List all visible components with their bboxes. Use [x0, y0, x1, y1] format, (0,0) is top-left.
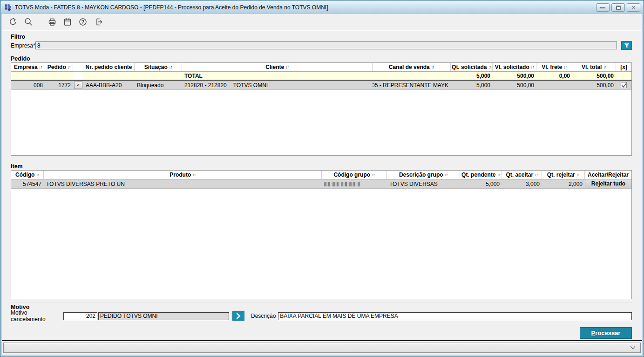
item-qt-aceitar: 3,000 [502, 179, 542, 188]
row-situacao: Bloqueado [135, 81, 182, 89]
pedido-col-vl-total[interactable]: Vl. total↓↑ [572, 63, 616, 71]
sort-icon: ↓↑ [68, 65, 71, 69]
restore-icon [616, 6, 621, 10]
descricao-label: Descrição [251, 313, 276, 319]
processar-button[interactable]: Processar [580, 327, 632, 339]
section-divider [11, 302, 632, 303]
funnel-icon [624, 42, 630, 49]
refresh-button[interactable] [7, 16, 19, 27]
empresa-input[interactable] [35, 41, 617, 49]
pedido-col-situacao[interactable]: Situação↓↑ [135, 63, 182, 71]
row-pedido: 1772 [45, 81, 73, 89]
total-label: TOTAL [182, 72, 373, 80]
search-button[interactable] [23, 16, 34, 27]
pedido-col-empresa[interactable]: Empresa↓↑ [11, 63, 45, 71]
chevron-right-icon [236, 313, 241, 319]
item-col-qt-pendente[interactable]: Qt. pendente↓↑ [460, 171, 502, 179]
totvs-logo-icon [5, 4, 12, 11]
row-qt-solicitada: 5,000 [451, 81, 493, 89]
pedido-col-vl-solicitado[interactable]: Vl. solicitado↓↑ [493, 63, 536, 71]
app-window: TOTVS Moda - FATDES 8 - MAYKON CARDOSO -… [0, 0, 644, 357]
item-col-codigo-grupo[interactable]: Código grupo↓↑ [322, 171, 387, 179]
pedido-col-select-all[interactable]: [x] [616, 63, 631, 71]
chevron-down-icon [629, 344, 637, 351]
filter-button[interactable] [621, 41, 632, 50]
help-icon [78, 17, 88, 27]
descricao-input[interactable] [278, 312, 632, 320]
sort-icon: ↓↑ [192, 172, 196, 177]
sort-icon: ↓↑ [445, 172, 448, 177]
sort-icon: ↓↑ [431, 65, 434, 69]
sort-icon: ↓↑ [576, 172, 580, 177]
pedido-col-vl-frete[interactable]: Vl. frete↓↑ [536, 63, 572, 71]
section-title-pedido: Pedido [11, 55, 632, 62]
row-checkbox[interactable] [621, 82, 627, 88]
motivo-descricao-curta-input[interactable] [98, 312, 229, 320]
item-produto: TOTVS DIVERSAS PRETO UN [44, 179, 322, 188]
help-button[interactable] [77, 16, 88, 27]
pedido-table-row[interactable]: 008 1772 > AAA-BBB-A20 Bloqueado 212820 … [11, 81, 631, 90]
expand-row-button[interactable]: > [74, 82, 82, 89]
print-button[interactable] [47, 16, 58, 27]
calendar-button[interactable] [62, 16, 73, 27]
sort-icon: ↓↑ [531, 65, 534, 69]
row-cliente: 212820 - 212820 TOTVS OMNI [182, 81, 373, 89]
item-codigo: 574547 [11, 179, 44, 188]
pedido-col-nr-pedido-cliente[interactable]: Nr. pedido cliente [83, 63, 135, 71]
section-title-motivo: Motivo [11, 304, 632, 310]
item-table-row[interactable]: 574547 TOTVS DIVERSAS PRETO UN TOTVS DIV… [11, 179, 631, 189]
status-bar [2, 340, 642, 355]
status-combobox[interactable] [3, 343, 641, 353]
cliente-code: 212820 - 212820 [184, 82, 227, 89]
item-header-row: Código↓↑ Produto↓↑ Código grupo↓↑ Descri… [11, 171, 631, 179]
app-body: Filtro Empresa* Pedido Empresa↓↑ Pedido↓… [2, 14, 642, 355]
pedido-col-qt-solicitada[interactable]: Qt. solicitada↓↑ [451, 63, 493, 71]
empresa-label: Empresa* [11, 42, 35, 49]
close-button[interactable]: ✕ [627, 3, 640, 12]
motivo-codigo-input[interactable] [63, 312, 97, 320]
item-qt-rejeitar: 2,000 [542, 179, 585, 188]
row-vl-solicitado: 500,00 [493, 81, 536, 89]
item-col-aceitar-rejeitar: Aceitar/Rejeitar [585, 171, 631, 179]
motivo-lookup-button[interactable] [232, 311, 244, 321]
window-title: TOTVS Moda - FATDES 8 - MAYKON CARDOSO -… [15, 4, 328, 11]
minimize-button[interactable] [596, 3, 610, 12]
total-vl-frete: 0,00 [536, 72, 572, 80]
motivo-row: Motivo cancelamento Descrição [11, 311, 632, 321]
titlebar[interactable]: TOTVS Moda - FATDES 8 - MAYKON CARDOSO -… [1, 1, 643, 14]
sort-icon: ↓↑ [488, 65, 491, 69]
row-vl-frete [536, 81, 572, 89]
pedido-table-empty-area [11, 90, 631, 155]
sort-icon: ↓↑ [39, 65, 42, 69]
exit-button[interactable] [93, 16, 104, 27]
item-col-qt-rejeitar[interactable]: Qt. rejeitar↓↑ [542, 171, 585, 179]
sort-icon: ↓↑ [535, 172, 538, 177]
sort-icon: ↓↑ [372, 172, 375, 177]
motivo-cancelamento-label: Motivo cancelamento [11, 309, 63, 323]
pedido-col-canal-venda[interactable]: Canal de venda↓↑ [373, 63, 451, 71]
pedido-col-cliente[interactable]: Cliente↓↑ [182, 63, 373, 71]
rejeitar-tudo-button[interactable]: Rejeitar tudo [585, 179, 631, 188]
content: Filtro Empresa* Pedido Empresa↓↑ Pedido↓… [2, 30, 642, 340]
pedido-total-row: TOTAL 5,000 500,00 0,00 500,00 [11, 72, 631, 81]
item-col-codigo[interactable]: Código↓↑ [11, 171, 44, 179]
row-nr-pedido-cliente: AAA-BBB-A20 [83, 81, 135, 89]
restore-button[interactable] [611, 3, 625, 12]
sort-icon: ↓↑ [169, 65, 172, 69]
row-empresa: 008 [11, 81, 45, 89]
item-table: Código↓↑ Produto↓↑ Código grupo↓↑ Descri… [11, 170, 632, 299]
exit-icon [94, 17, 103, 27]
sort-icon: ↓↑ [497, 172, 500, 177]
item-col-produto[interactable]: Produto↓↑ [44, 171, 322, 179]
total-vl-total: 500,00 [572, 72, 616, 80]
pedido-table: Empresa↓↑ Pedido↓↑ Nr. pedido cliente Si… [11, 62, 632, 156]
section-title-item: Item [11, 163, 632, 170]
item-col-descricao-grupo[interactable]: Descrição grupo↓↑ [387, 171, 460, 179]
pedido-col-pedido[interactable]: Pedido↓↑ [45, 63, 73, 71]
total-vl-solicitado: 500,00 [493, 72, 536, 80]
pedido-col-expand [73, 63, 83, 71]
pedido-header-row: Empresa↓↑ Pedido↓↑ Nr. pedido cliente Si… [11, 63, 631, 72]
row-vl-total: 500,00 [572, 81, 616, 89]
item-col-qt-aceitar[interactable]: Qt. aceitar↓↑ [502, 171, 542, 179]
cliente-name: TOTVS OMNI [233, 82, 268, 89]
